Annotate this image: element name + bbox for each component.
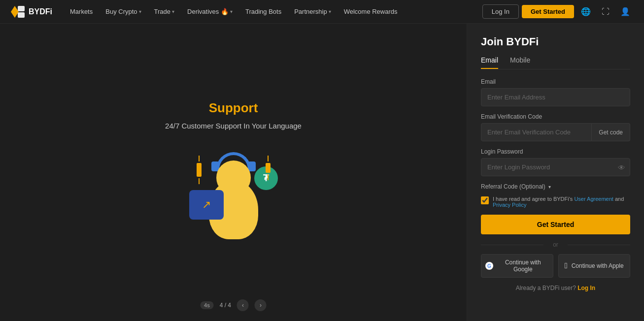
logo[interactable]: BYDFi [10,4,52,20]
navbar: BYDFi Markets Buy Crypto ▾ Trade ▾ Deriv… [0,0,644,24]
agree-checkbox[interactable] [481,196,489,204]
main-layout: Support 24/7 Customer Support In Your La… [0,24,644,321]
carousel-prev-button[interactable]: ‹ [237,299,249,311]
get-started-nav-button[interactable]: Get Started [522,5,574,18]
password-group: Login Password 👁 [481,148,630,176]
get-started-button[interactable]: Get Started [481,215,630,234]
svg-rect-1 [18,6,25,11]
form-title: Join BYDFi [481,35,630,48]
slide-illustration: ➤ ↗ ₮ [179,136,288,244]
apple-label: Continue with Apple [572,262,624,269]
password-label: Login Password [481,148,630,155]
candlestick-left [197,156,202,184]
nav-welcome-rewards[interactable]: Welcome Rewards [339,5,403,18]
verification-input[interactable] [481,123,592,141]
candlestick-right [266,156,271,180]
referral-toggle[interactable]: Referral Code (Optional) ▾ [481,183,630,190]
chart-arrow-icon: ↗ [202,198,211,211]
email-group: Email [481,78,630,106]
password-input[interactable] [481,158,630,176]
svg-marker-0 [11,6,19,18]
tab-email[interactable]: Email [481,56,498,69]
form-tabs: Email Mobile [481,56,630,69]
email-input[interactable] [481,88,630,106]
social-row: G Continue with Google  Continue with A… [481,254,630,278]
email-label: Email [481,78,630,85]
referral-label: Referral Code (Optional) [481,183,545,190]
chevron-down-icon: ▾ [548,184,551,190]
apple-icon:  [565,261,568,270]
chart-card: ↗ [189,190,224,220]
page-indicator: 4 / 4 [220,302,231,309]
carousel-next-button[interactable]: › [255,299,267,311]
left-panel: Support 24/7 Customer Support In Your La… [0,24,467,321]
nav-trading-bots[interactable]: Trading Bots [240,5,286,18]
globe-icon[interactable]: 🌐 [577,5,595,18]
slide-content: Support 24/7 Customer Support In Your La… [165,100,302,244]
nav-markets[interactable]: Markets [65,5,98,18]
verification-label: Email Verification Code [481,113,630,120]
user-agreement-link[interactable]: User Agreement [574,196,613,202]
registration-panel: Join BYDFi Email Mobile Email Email Veri… [467,24,644,321]
chevron-down-icon: ▾ [230,9,233,14]
slide-subtitle: 24/7 Customer Support In Your Language [165,122,302,130]
nav-partnership[interactable]: Partnership ▾ [289,5,336,18]
already-user-row: Already a BYDFi user? Log In [481,285,630,291]
password-input-wrap: 👁 [481,158,630,176]
nav-buy-crypto[interactable]: Buy Crypto ▾ [101,5,146,18]
agree-text: I have read and agree to BYDFi's User Ag… [493,196,630,208]
verification-group: Email Verification Code Get code [481,113,630,141]
chevron-down-icon: ▾ [139,9,141,14]
user-icon[interactable]: 👤 [616,5,634,18]
login-button[interactable]: Log In [482,4,519,19]
chevron-down-icon: ▾ [172,9,174,14]
timer-badge: 4s [200,301,214,309]
chevron-down-icon: ▾ [329,9,331,14]
privacy-policy-link[interactable]: Privacy Policy [493,202,526,208]
agree-row: I have read and agree to BYDFi's User Ag… [481,196,630,208]
svg-rect-2 [18,12,25,18]
tab-mobile[interactable]: Mobile [510,56,530,69]
verification-input-row: Get code [481,123,630,141]
nav-derivatives[interactable]: Derivatives 🔥 ▾ [182,5,237,18]
login-link[interactable]: Log In [577,285,595,291]
eye-icon[interactable]: 👁 [618,163,625,171]
or-divider: or [481,241,630,248]
google-signin-button[interactable]: G Continue with Google [481,254,553,278]
apple-signin-button[interactable]:  Continue with Apple [558,254,631,278]
nav-trade[interactable]: Trade ▾ [149,5,179,18]
slide-title: Support [209,100,258,116]
google-label: Continue with Google [497,259,549,273]
logo-text: BYDFi [29,7,52,16]
fullscreen-icon[interactable]: ⛶ [598,5,613,18]
carousel-controls: 4s 4 / 4 ‹ › [200,299,267,311]
google-icon: G [485,262,493,270]
already-user-text: Already a BYDFi user? [516,285,576,291]
get-code-button[interactable]: Get code [592,123,630,141]
